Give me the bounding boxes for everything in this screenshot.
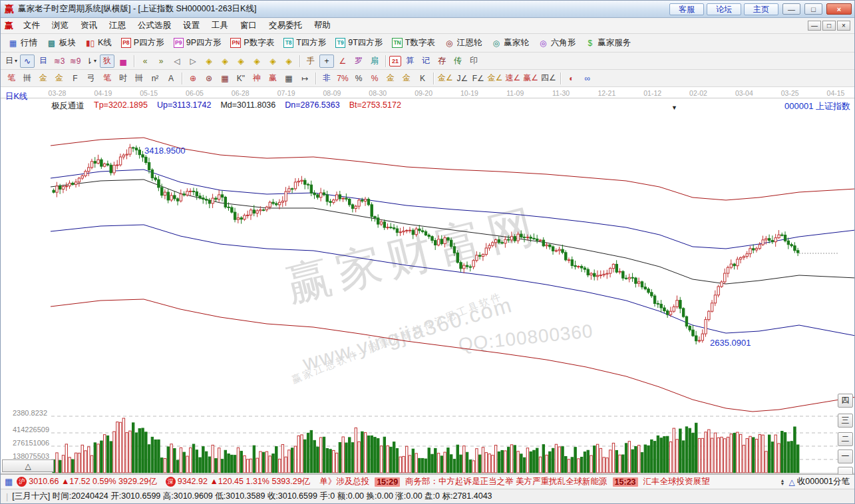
menu-item-2[interactable]: 资讯: [75, 19, 103, 33]
minimize-button[interactable]: —: [782, 3, 800, 15]
j-angle-tool[interactable]: J∠: [455, 72, 470, 85]
kline-button[interactable]: ▮▯K线: [81, 35, 116, 51]
winner-service-button[interactable]: $赢家服务: [580, 35, 635, 51]
diamond-target-button[interactable]: ◈: [281, 55, 296, 68]
ying-angle-tool[interactable]: 赢∠: [522, 72, 539, 85]
home-button[interactable]: 主页: [744, 3, 778, 15]
brush-tool[interactable]: 笔: [4, 72, 19, 85]
gold-angle-tool[interactable]: 金∠: [437, 72, 454, 85]
wave-3-tool[interactable]: ≋3: [52, 55, 67, 68]
restore-button[interactable]: □: [804, 3, 822, 15]
diamond-right-button[interactable]: ◈: [218, 55, 232, 68]
next-bar-button[interactable]: ▷: [186, 55, 200, 68]
market-table-icon[interactable]: ▦: [5, 477, 13, 487]
gold-comb-tool[interactable]: 金: [36, 72, 51, 85]
angle-measure-tool[interactable]: ∠: [335, 55, 350, 68]
menu-item-8[interactable]: 交易委托: [263, 19, 308, 33]
volume-zoom-button[interactable]: △: [2, 459, 54, 472]
calculator-tool[interactable]: 算: [403, 55, 417, 68]
column-stats-tool[interactable]: 非: [319, 72, 334, 85]
chart-dropdown-icon[interactable]: ▼: [671, 104, 677, 111]
pin-tool[interactable]: ⇂▾: [84, 55, 98, 68]
pane-button-2[interactable]: 二: [838, 432, 853, 446]
ticker-spin-control[interactable]: ▲▼: [780, 479, 785, 485]
comb-2-tool[interactable]: 卌: [132, 72, 146, 85]
ying-grid-tool[interactable]: 赢: [265, 72, 280, 85]
close-button[interactable]: ×: [826, 3, 852, 15]
mirror-tool[interactable]: A: [164, 72, 178, 85]
t-square-button[interactable]: T8T四方形: [279, 35, 331, 51]
color-histogram-tool[interactable]: ▅: [116, 55, 130, 68]
forum-button[interactable]: 论坛: [707, 3, 741, 15]
gann-fan-tool[interactable]: 扇: [367, 55, 382, 68]
menu-item-3[interactable]: 江恩: [103, 19, 132, 33]
k-brush-tool[interactable]: K: [415, 72, 430, 85]
seek-first-button[interactable]: «: [138, 55, 152, 68]
region-select-tool[interactable]: ∿: [20, 55, 35, 68]
sectors-button[interactable]: ▩板块: [42, 35, 81, 51]
k-quote-tool[interactable]: K": [234, 72, 248, 85]
info-list-tool[interactable]: 目: [36, 55, 51, 68]
hexagon-button[interactable]: ◎六角形: [534, 35, 581, 51]
notes-tool[interactable]: 记: [419, 55, 433, 68]
cycle-script-tool[interactable]: 弓: [84, 72, 98, 85]
infinity-tool[interactable]: ∞: [580, 72, 595, 85]
calendar-tool[interactable]: 21: [389, 56, 401, 66]
p-number-table-button[interactable]: PNP数字表: [226, 35, 279, 51]
period-selector[interactable]: 日▾: [4, 55, 19, 68]
gann-comb-tool[interactable]: 卌: [20, 72, 35, 85]
gold-circle-tool[interactable]: 金: [383, 72, 398, 85]
pane-button-0[interactable]: 四: [838, 394, 853, 408]
nine-t-square-button[interactable]: T99T四方形: [331, 35, 387, 51]
menu-item-4[interactable]: 公式选股: [132, 19, 177, 33]
hand-tool[interactable]: 手: [303, 55, 318, 68]
shen-grid-tool[interactable]: 神: [250, 72, 264, 85]
target-circle-tool[interactable]: ⊕: [186, 72, 200, 85]
mdi-close-button[interactable]: ×: [837, 21, 850, 31]
gold-line-tool[interactable]: 金: [399, 72, 414, 85]
diamond-cross-button[interactable]: ◈: [265, 55, 280, 68]
pane-button-1[interactable]: 三: [838, 414, 853, 428]
speed-angle-tool[interactable]: 速∠: [505, 72, 522, 85]
menu-item-9[interactable]: 帮助: [308, 19, 337, 33]
market-table-button[interactable]: ▦行情: [3, 35, 42, 51]
taiji-tool[interactable]: ◐: [564, 72, 579, 85]
prev-bar-button[interactable]: ◁: [170, 55, 184, 68]
pane-button-3[interactable]: 一: [838, 449, 853, 463]
red-marker-tool[interactable]: 笔: [100, 72, 114, 85]
menu-item-0[interactable]: 文件: [17, 19, 46, 33]
four-angle-tool[interactable]: 四∠: [540, 72, 557, 85]
diamond-compress-button[interactable]: ◈: [250, 55, 264, 68]
fenxing-tool[interactable]: 狄: [100, 55, 114, 68]
f-comb-tool[interactable]: F: [68, 72, 83, 85]
wave-9-tool[interactable]: ≋9: [68, 55, 83, 68]
grid-123-tool[interactable]: ▦: [281, 72, 296, 85]
f-angle-tool[interactable]: F∠: [471, 72, 486, 85]
news-ticker[interactable]: 单》涉及总投15:29商务部：中方起诉是正当之举 美方严重扰乱全球新能源15:2…: [317, 476, 778, 487]
menu-item-1[interactable]: 浏览: [46, 19, 75, 33]
mdi-minimize-button[interactable]: —: [808, 21, 821, 31]
grid-box-tool[interactable]: ▦: [218, 72, 232, 85]
pane-button-4[interactable]: →: [838, 467, 853, 474]
print-button[interactable]: 印: [466, 55, 481, 68]
t-number-table-button[interactable]: TNT数字表: [387, 35, 439, 51]
mdi-restore-button[interactable]: □: [822, 21, 836, 31]
save-button[interactable]: 存: [434, 55, 449, 68]
time-circle-tool[interactable]: 时: [116, 72, 130, 85]
seek-last-button[interactable]: »: [154, 55, 168, 68]
star-wheel-tool[interactable]: ⊛: [202, 72, 216, 85]
nine-p-square-button[interactable]: P99P四方形: [169, 35, 226, 51]
percent-line-tool[interactable]: %: [367, 72, 382, 85]
seven-percent-tool[interactable]: 7%: [335, 72, 350, 85]
p-square-button[interactable]: P8P四方形: [116, 35, 169, 51]
crosshair-tool[interactable]: +: [319, 55, 334, 68]
menu-item-6[interactable]: 工具: [206, 19, 234, 33]
arrow-scale-tool[interactable]: ↦: [297, 72, 312, 85]
chart-canvas[interactable]: [1, 87, 854, 474]
n-square-tool[interactable]: n²: [148, 72, 162, 85]
winner-wheel-button[interactable]: ◎赢家轮: [486, 35, 534, 51]
menu-item-5[interactable]: 设置: [177, 19, 206, 33]
gold-angle-2-tool[interactable]: 金∠: [487, 72, 504, 85]
gold-comb-2-tool[interactable]: 金: [52, 72, 67, 85]
service-button[interactable]: 客服: [669, 3, 704, 15]
